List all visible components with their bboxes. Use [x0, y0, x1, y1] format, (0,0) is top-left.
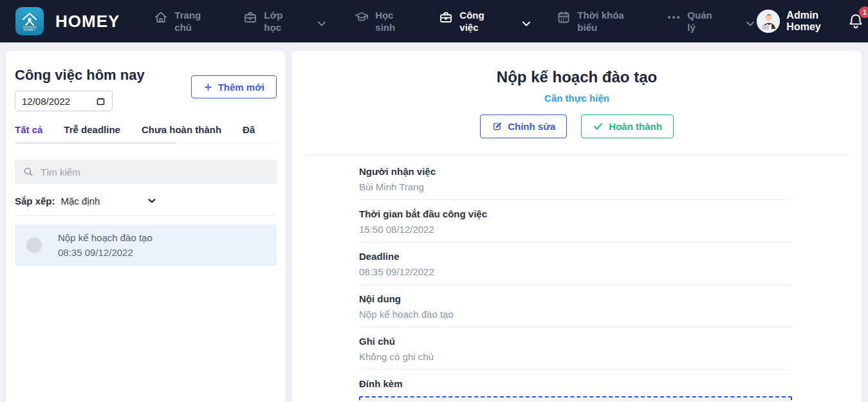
field-noi-dung: Nội dung Nộp kế hoạch đào tạo [359, 285, 792, 327]
avatar[interactable] [757, 10, 780, 33]
tab-tat-ca[interactable]: Tất cả [15, 124, 42, 135]
tab-tre-deadline[interactable]: Trễ deadline [64, 124, 120, 135]
task-complete-toggle[interactable] [26, 237, 42, 253]
field-label: Người nhận việc [359, 165, 792, 178]
check-icon [593, 121, 604, 132]
task-detail-fields: Người nhận việc Bùi Minh Trang Thời gian… [359, 158, 792, 402]
plus-icon [203, 82, 213, 92]
user-name[interactable]: Admin Homey [786, 10, 822, 33]
field-label: Nội dung [359, 293, 792, 305]
date-value: 12/08/2022 [22, 96, 70, 107]
calendar-picker-icon[interactable] [96, 96, 106, 106]
navbar-user-area: Admin Homey 1 [757, 10, 864, 33]
complete-task-label: Hoàn thành [609, 121, 662, 132]
sort-select[interactable]: Mặc định [61, 196, 100, 206]
field-label: Deadline [359, 250, 792, 262]
sidebar-title: Công việc hôm nay [15, 66, 145, 84]
briefcase-icon [438, 10, 454, 25]
task-list-item[interactable]: Nộp kế hoạch đào tạo 08:35 09/12/2022 [15, 224, 277, 266]
field-value: 08:35 09/12/2022 [359, 266, 792, 278]
task-detail-panel: Nộp kế hoạch đào tạo Cần thực hiện Chỉnh… [291, 50, 863, 402]
sort-row: Sắp xếp: Mặc định [15, 195, 277, 206]
edit-pencil-icon [492, 121, 503, 132]
task-list-panel: Công việc hôm nay 12/08/2022 Thêm mới Tấ… [5, 50, 286, 402]
nav-item-label: Quản lý [687, 9, 718, 34]
task-detail-title: Nộp kế hoạch đào tạo [291, 68, 862, 87]
nav-item-thoi-khoa-bieu[interactable]: Thời khóa biểu [556, 9, 631, 34]
field-value: Không có ghi chú [359, 351, 792, 363]
field-label: Ghi chú [359, 335, 792, 347]
search-input[interactable] [41, 167, 269, 178]
nav-item-label: Thời khóa biểu [577, 9, 631, 34]
field-value: Bùi Minh Trang [359, 181, 792, 193]
sort-label: Sắp xếp: [15, 196, 55, 206]
nav-item-trang-chu[interactable]: Trang chủ [153, 9, 208, 34]
nav-item-label: Học sinh [375, 9, 403, 34]
field-dinh-kem: Đính kèm Không có file đính kèm công việ… [359, 370, 792, 402]
brand-title: HOMEY [55, 12, 120, 32]
task-item-title: Nộp kế hoạch đào tạo [58, 232, 152, 243]
field-label: Thời gian bắt đầu công việc [359, 208, 792, 220]
attachment-dropzone[interactable]: Không có file đính kèm công việc [359, 396, 792, 402]
edit-task-button[interactable]: Chỉnh sửa [480, 114, 567, 138]
field-value: Nộp kế hoạch đào tạo [359, 308, 792, 320]
field-nguoi-nhan-viec: Người nhận việc Bùi Minh Trang [359, 158, 792, 200]
date-input[interactable]: 12/08/2022 [15, 91, 113, 111]
homey-academy-logo-icon[interactable]: HOMEY [15, 7, 44, 35]
divider [304, 154, 849, 155]
graduation-cap-icon [354, 10, 369, 25]
chevron-down-icon[interactable] [315, 17, 328, 30]
top-navbar: HOMEY HOMEY Trang chủ Lớp học [0, 0, 868, 42]
search-icon [23, 166, 34, 178]
notification-bell-icon[interactable]: 1 [847, 11, 865, 32]
home-icon [153, 10, 169, 25]
nav-item-lop-hoc[interactable]: Lớp học [243, 9, 290, 34]
ellipsis-icon [666, 10, 681, 25]
chevron-down-icon[interactable] [744, 17, 757, 30]
field-deadline: Deadline 08:35 09/12/2022 [359, 242, 792, 285]
field-value: 15:50 08/12/2022 [359, 223, 792, 235]
nav-item-label: Lớp học [264, 9, 290, 34]
chevron-down-icon[interactable] [520, 17, 533, 30]
add-task-button[interactable]: Thêm mới [191, 75, 277, 98]
calendar-icon [556, 10, 571, 25]
task-item-deadline: 08:35 09/12/2022 [58, 247, 152, 258]
task-status-link[interactable]: Cần thực hiện [291, 93, 862, 104]
svg-text:HOMEY: HOMEY [23, 28, 35, 32]
nav-item-hoc-sinh[interactable]: Học sinh [354, 9, 403, 34]
notification-count-badge: 1 [859, 6, 868, 18]
tab-chua-hoan-thanh[interactable]: Chưa hoàn thành [142, 124, 221, 135]
nav-menu: Trang chủ Lớp học Học sinh [153, 9, 757, 34]
briefcase-icon [243, 10, 258, 25]
field-thoi-gian-bat-dau: Thời gian bắt đầu công việc 15:50 08/12/… [359, 200, 792, 242]
task-search [15, 160, 277, 184]
nav-item-quan-ly[interactable]: Quản lý [666, 9, 718, 34]
divider [15, 215, 277, 216]
field-ghi-chu: Ghi chú Không có ghi chú [359, 327, 792, 370]
attachment-label: Đính kèm [359, 378, 792, 390]
nav-item-label: Công việc [459, 9, 493, 34]
nav-item-cong-viec[interactable]: Công việc [438, 9, 493, 34]
edit-task-label: Chỉnh sửa [508, 121, 555, 132]
nav-item-label: Trang chủ [174, 9, 208, 34]
complete-task-button[interactable]: Hoàn thành [581, 114, 674, 138]
chevron-down-icon[interactable] [146, 195, 158, 206]
add-task-label: Thêm mới [218, 82, 264, 93]
task-filter-tabs: Tất cả Trễ deadline Chưa hoàn thành Đã [15, 124, 277, 144]
tab-da-hoan-thanh[interactable]: Đã [243, 124, 255, 135]
tabs-scrollbar-thumb[interactable] [15, 142, 177, 144]
